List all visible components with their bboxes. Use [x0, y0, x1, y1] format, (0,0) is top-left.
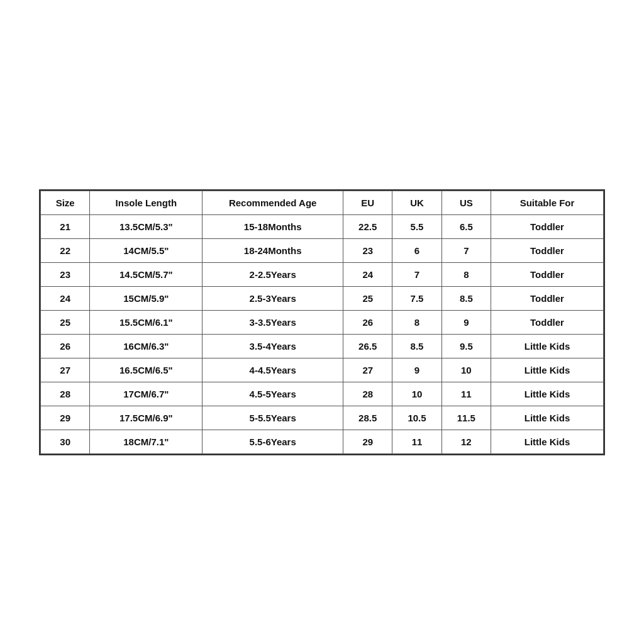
- size-chart-table: Size Insole Length Recommended Age EU UK…: [40, 191, 604, 454]
- cell-r6-c2: 4-4.5Years: [203, 358, 343, 382]
- table-row: 2616CM/6.3"3.5-4Years26.58.59.5Little Ki…: [41, 334, 604, 358]
- table-row: 2314.5CM/5.7"2-2.5Years2478Toddler: [41, 262, 604, 286]
- table-row: 2716.5CM/6.5"4-4.5Years27910Little Kids: [41, 358, 604, 382]
- cell-r1-c5: 7: [441, 238, 491, 262]
- cell-r7-c3: 28: [343, 382, 392, 406]
- cell-r2-c5: 8: [441, 262, 491, 286]
- cell-r0-c2: 15-18Months: [203, 214, 343, 238]
- cell-r7-c6: Little Kids: [491, 382, 604, 406]
- cell-r8-c4: 10.5: [392, 406, 441, 430]
- table-header-row: Size Insole Length Recommended Age EU UK…: [41, 191, 604, 214]
- cell-r3-c5: 8.5: [441, 286, 491, 310]
- cell-r3-c0: 24: [41, 286, 90, 310]
- cell-r4-c1: 15.5CM/6.1": [90, 310, 203, 334]
- cell-r3-c4: 7.5: [392, 286, 441, 310]
- cell-r8-c3: 28.5: [343, 406, 392, 430]
- cell-r4-c3: 26: [343, 310, 392, 334]
- cell-r8-c6: Little Kids: [491, 406, 604, 430]
- cell-r4-c2: 3-3.5Years: [203, 310, 343, 334]
- cell-r4-c6: Toddler: [491, 310, 604, 334]
- cell-r2-c2: 2-2.5Years: [203, 262, 343, 286]
- header-eu: EU: [343, 191, 392, 214]
- cell-r1-c0: 22: [41, 238, 90, 262]
- cell-r3-c6: Toddler: [491, 286, 604, 310]
- cell-r9-c4: 11: [392, 430, 441, 453]
- cell-r4-c5: 9: [441, 310, 491, 334]
- cell-r8-c0: 29: [41, 406, 90, 430]
- cell-r5-c1: 16CM/6.3": [90, 334, 203, 358]
- header-uk: UK: [392, 191, 441, 214]
- cell-r6-c4: 9: [392, 358, 441, 382]
- cell-r1-c3: 23: [343, 238, 392, 262]
- table-row: 3018CM/7.1"5.5-6Years291112Little Kids: [41, 430, 604, 453]
- cell-r7-c4: 10: [392, 382, 441, 406]
- cell-r9-c2: 5.5-6Years: [203, 430, 343, 453]
- table-row: 2817CM/6.7"4.5-5Years281011Little Kids: [41, 382, 604, 406]
- cell-r6-c1: 16.5CM/6.5": [90, 358, 203, 382]
- cell-r7-c5: 11: [441, 382, 491, 406]
- cell-r0-c6: Toddler: [491, 214, 604, 238]
- cell-r1-c2: 18-24Months: [203, 238, 343, 262]
- cell-r3-c1: 15CM/5.9": [90, 286, 203, 310]
- cell-r3-c2: 2.5-3Years: [203, 286, 343, 310]
- cell-r5-c6: Little Kids: [491, 334, 604, 358]
- header-size: Size: [41, 191, 90, 214]
- cell-r6-c5: 10: [441, 358, 491, 382]
- header-insole: Insole Length: [90, 191, 203, 214]
- cell-r6-c6: Little Kids: [491, 358, 604, 382]
- cell-r0-c5: 6.5: [441, 214, 491, 238]
- cell-r9-c0: 30: [41, 430, 90, 453]
- cell-r0-c1: 13.5CM/5.3": [90, 214, 203, 238]
- cell-r5-c0: 26: [41, 334, 90, 358]
- cell-r7-c1: 17CM/6.7": [90, 382, 203, 406]
- cell-r0-c4: 5.5: [392, 214, 441, 238]
- header-us: US: [441, 191, 491, 214]
- table-row: 2515.5CM/6.1"3-3.5Years2689Toddler: [41, 310, 604, 334]
- cell-r2-c0: 23: [41, 262, 90, 286]
- cell-r0-c3: 22.5: [343, 214, 392, 238]
- cell-r2-c4: 7: [392, 262, 441, 286]
- table-row: 2214CM/5.5"18-24Months2367Toddler: [41, 238, 604, 262]
- cell-r4-c0: 25: [41, 310, 90, 334]
- table-row: 2917.5CM/6.9"5-5.5Years28.510.511.5Littl…: [41, 406, 604, 430]
- cell-r9-c3: 29: [343, 430, 392, 453]
- cell-r2-c3: 24: [343, 262, 392, 286]
- header-suitable: Suitable For: [491, 191, 604, 214]
- cell-r5-c4: 8.5: [392, 334, 441, 358]
- table-row: 2113.5CM/5.3"15-18Months22.55.56.5Toddle…: [41, 214, 604, 238]
- table-row: 2415CM/5.9"2.5-3Years257.58.5Toddler: [41, 286, 604, 310]
- header-age: Recommended Age: [203, 191, 343, 214]
- cell-r5-c5: 9.5: [441, 334, 491, 358]
- cell-r1-c4: 6: [392, 238, 441, 262]
- cell-r5-c3: 26.5: [343, 334, 392, 358]
- cell-r7-c0: 28: [41, 382, 90, 406]
- cell-r1-c1: 14CM/5.5": [90, 238, 203, 262]
- cell-r6-c0: 27: [41, 358, 90, 382]
- cell-r7-c2: 4.5-5Years: [203, 382, 343, 406]
- cell-r1-c6: Toddler: [491, 238, 604, 262]
- cell-r8-c2: 5-5.5Years: [203, 406, 343, 430]
- size-chart-container: Size Insole Length Recommended Age EU UK…: [39, 189, 605, 455]
- cell-r8-c1: 17.5CM/6.9": [90, 406, 203, 430]
- cell-r4-c4: 8: [392, 310, 441, 334]
- cell-r9-c1: 18CM/7.1": [90, 430, 203, 453]
- cell-r3-c3: 25: [343, 286, 392, 310]
- cell-r5-c2: 3.5-4Years: [203, 334, 343, 358]
- cell-r2-c1: 14.5CM/5.7": [90, 262, 203, 286]
- cell-r0-c0: 21: [41, 214, 90, 238]
- cell-r9-c6: Little Kids: [491, 430, 604, 453]
- cell-r8-c5: 11.5: [441, 406, 491, 430]
- cell-r2-c6: Toddler: [491, 262, 604, 286]
- cell-r9-c5: 12: [441, 430, 491, 453]
- cell-r6-c3: 27: [343, 358, 392, 382]
